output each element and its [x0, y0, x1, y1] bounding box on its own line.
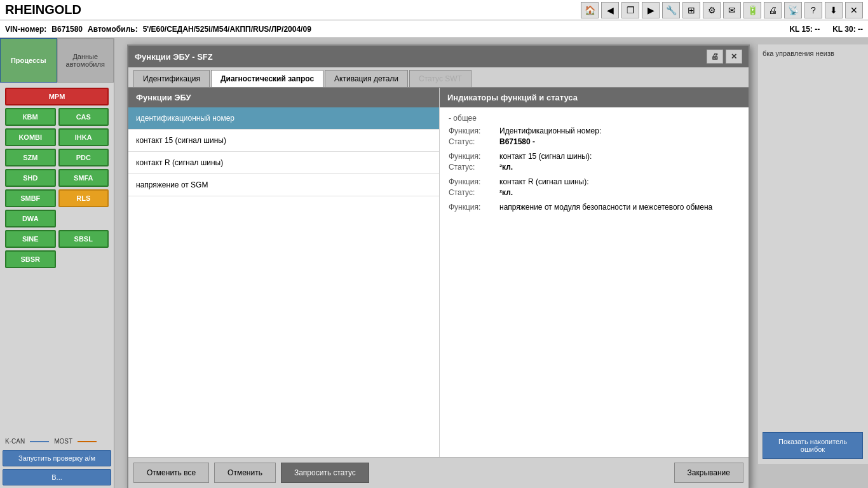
- ecu-btn-ihka[interactable]: IHKA: [58, 128, 109, 146]
- ind-row-status2: Статус: ²кл.: [449, 163, 740, 172]
- sidebar-nav-autodata[interactable]: Данные автомобиля: [57, 38, 114, 83]
- functions-panel: Функции ЭБУ идентификационный номер конт…: [128, 88, 440, 457]
- ecu-btn-dwa[interactable]: DWA: [5, 210, 56, 227]
- car-label: Автомобиль:: [88, 25, 138, 34]
- ecu-btn-szm[interactable]: SZM: [5, 149, 56, 166]
- ind-row-status1: Статус: B671580 -: [449, 137, 740, 146]
- settings-btn[interactable]: ⚙: [703, 2, 721, 18]
- ind-row-status3: Статус: ²кл.: [449, 188, 740, 197]
- bus-legend: K-CAN MOST: [0, 435, 114, 447]
- show-errors-right-btn[interactable]: Показать накопитель ошибок: [763, 432, 863, 459]
- airplay-btn[interactable]: 📡: [784, 2, 802, 18]
- copy-btn[interactable]: ❐: [621, 2, 639, 18]
- ind-value-status3: ²кл.: [499, 188, 740, 197]
- home-btn[interactable]: 🏠: [581, 2, 599, 18]
- ecu-btn-sine[interactable]: SINE: [5, 230, 56, 248]
- tab-activation[interactable]: Активация детали: [325, 70, 408, 87]
- function-item-contact15[interactable]: контакт 15 (сигнал шины): [128, 130, 439, 152]
- content-area: Функции ЭБУ - SFZ 🖨 ✕ Идентификация Диаг…: [114, 38, 868, 488]
- ind-value-func4: напряжение от модуля безопасности и межс…: [499, 203, 740, 212]
- close-dialog-btn[interactable]: Закрывание: [674, 463, 743, 483]
- ecu-btn-pdc[interactable]: PDC: [58, 149, 109, 166]
- show-errors-btn-sidebar[interactable]: В...: [3, 469, 111, 485]
- ecu-btn-mpm[interactable]: MPM: [5, 88, 109, 105]
- ecu-btn-kombi[interactable]: KOMBI: [5, 128, 56, 146]
- ecu-btn-cas[interactable]: CAS: [58, 108, 109, 126]
- right-hint-area: бка управления неизв Показать накопитель…: [757, 44, 868, 464]
- ind-value-func2: контакт 15 (сигнал шины):: [499, 152, 740, 161]
- main-layout: Процессы Данные автомобиля MPM КВМ CAS K…: [0, 38, 868, 488]
- sidebar-nav: Процессы Данные автомобиля: [0, 38, 114, 83]
- ecu-grid: MPM КВМ CAS KOMBI IHKA SZM PDC SHD: [0, 83, 114, 435]
- help-btn[interactable]: ?: [804, 2, 822, 18]
- ind-row-func4: Функция: напряжение от модуля безопаснос…: [449, 203, 740, 212]
- ind-label-status1: Статус:: [449, 137, 499, 146]
- modal-header: Функции ЭБУ - SFZ 🖨 ✕: [128, 46, 749, 67]
- modal-title: Функции ЭБУ - SFZ: [135, 52, 707, 62]
- download-btn[interactable]: ⬇: [825, 2, 843, 18]
- function-item-contactR[interactable]: контакт R (сигнал шины): [128, 152, 439, 174]
- modal-header-icons: 🖨 ✕: [707, 50, 742, 64]
- functions-panel-header: Функции ЭБУ: [128, 88, 439, 107]
- ind-label-status3: Статус:: [449, 188, 499, 197]
- mail-btn[interactable]: ✉: [723, 2, 741, 18]
- tab-diagnostic[interactable]: Диагностический запрос: [211, 70, 323, 87]
- kcan-line: [30, 441, 49, 442]
- modal-print-btn[interactable]: 🖨: [707, 50, 723, 64]
- ind-label-func2: Функция:: [449, 152, 499, 161]
- vin-value: B671580: [51, 25, 83, 34]
- ecu-btn-sbsr[interactable]: SBSR: [5, 250, 56, 268]
- cancel-btn[interactable]: Отменить: [214, 463, 276, 483]
- ecu-btn-shd[interactable]: SHD: [5, 169, 56, 187]
- ind-label-func4: Функция:: [449, 203, 499, 212]
- grid-btn[interactable]: ⊞: [682, 2, 700, 18]
- ind-value-status1: B671580 -: [499, 137, 740, 146]
- request-status-btn[interactable]: Запросить статус: [281, 463, 369, 483]
- vin-bar: VIN-номер: B671580 Автомобиль: 5'/E60/СЕ…: [0, 20, 868, 38]
- modal-body: Функции ЭБУ идентификационный номер конт…: [128, 88, 749, 457]
- ind-value-func3: контакт R (сигнал шины):: [499, 177, 740, 186]
- ind-label-func3: Функция:: [449, 177, 499, 186]
- run-check-btn[interactable]: Запустить проверку а/м: [3, 450, 111, 466]
- indicators-panel: Индикаторы функций и статуса - общее Фун…: [440, 88, 749, 457]
- ecu-btn-kbm[interactable]: КВМ: [5, 108, 56, 126]
- modal-footer: Отменить все Отменить Запросить статус З…: [128, 457, 749, 488]
- sidebar: Процессы Данные автомобиля MPM КВМ CAS K…: [0, 38, 114, 488]
- ind-label-status2: Статус:: [449, 163, 499, 172]
- vin-label: VIN-номер:: [5, 25, 46, 34]
- ecu-btn-smfa[interactable]: SMFA: [58, 169, 109, 187]
- function-list: идентификационный номер контакт 15 (сигн…: [128, 107, 439, 457]
- tab-identification[interactable]: Идентификация: [133, 70, 210, 87]
- sidebar-nav-processes[interactable]: Процессы: [0, 38, 57, 83]
- back-btn[interactable]: ◀: [601, 2, 619, 18]
- kl-section: KL 15: -- KL 30: --: [789, 25, 863, 34]
- function-item-id[interactable]: идентификационный номер: [128, 107, 439, 130]
- app-title: RHEINGOLD: [5, 3, 81, 17]
- cancel-all-btn[interactable]: Отменить все: [133, 463, 209, 483]
- battery-btn[interactable]: 🔋: [743, 2, 761, 18]
- modal-tabs: Идентификация Диагностический запрос Акт…: [128, 67, 749, 88]
- indicators-content: - общее Функция: Идентификационный номер…: [440, 107, 749, 457]
- ind-label-func1: Функция:: [449, 126, 499, 135]
- tab-status-swt: Статус SWT: [409, 70, 471, 87]
- ind-row-func1: Функция: Идентификационный номер:: [449, 126, 740, 135]
- ecu-btn-rls[interactable]: RLS: [58, 189, 109, 207]
- ecu-btn-smbf[interactable]: SMBF: [5, 189, 56, 207]
- car-value: 5'/E60/СЕДАН/525i/M54/АКПП/RUS/ЛР/2004/0…: [143, 25, 311, 34]
- ind-value-func1: Идентификационный номер:: [499, 126, 740, 135]
- print-btn[interactable]: 🖨: [764, 2, 782, 18]
- ind-row-func2: Функция: контакт 15 (сигнал шины):: [449, 152, 740, 161]
- ecu-btn-sbsl[interactable]: SBSL: [58, 230, 109, 248]
- kl30: KL 30: --: [832, 25, 863, 34]
- top-bar: RHEINGOLD 🏠 ◀ ❐ ▶ 🔧 ⊞ ⚙ ✉ 🔋 🖨 📡 ? ⬇ ✕: [0, 0, 868, 20]
- close-top-btn[interactable]: ✕: [845, 2, 863, 18]
- kl15: KL 15: --: [789, 25, 820, 34]
- top-icons: 🏠 ◀ ❐ ▶ 🔧 ⊞ ⚙ ✉ 🔋 🖨 📡 ? ⬇ ✕: [581, 2, 863, 18]
- ind-general: - общее: [449, 114, 740, 123]
- right-hint-text: бка управления неизв: [763, 50, 863, 57]
- ind-value-status2: ²кл.: [499, 163, 740, 172]
- wrench-btn[interactable]: 🔧: [662, 2, 680, 18]
- function-item-voltage[interactable]: напряжение от SGM: [128, 174, 439, 196]
- modal-close-btn[interactable]: ✕: [726, 50, 742, 64]
- forward-btn[interactable]: ▶: [642, 2, 660, 18]
